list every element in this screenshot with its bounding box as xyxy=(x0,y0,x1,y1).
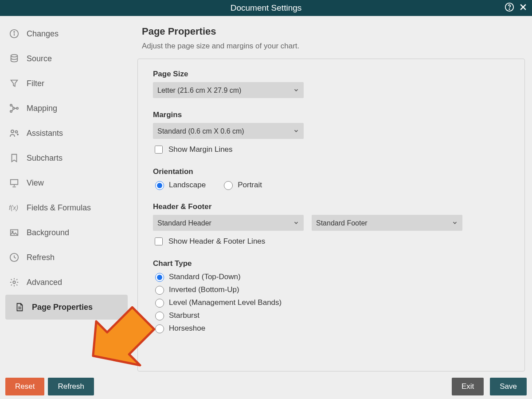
margins-select[interactable]: Standard (0.6 cm X 0.6 cm) xyxy=(153,123,304,139)
svg-point-6 xyxy=(14,32,15,32)
show-margin-lines-checkbox[interactable] xyxy=(155,146,163,154)
svg-line-27 xyxy=(14,257,16,258)
filter-icon xyxy=(7,79,21,88)
svg-rect-19 xyxy=(11,180,18,185)
sidebar-item-label: Fields & Formulas xyxy=(27,203,91,213)
window-title: Document Settings xyxy=(0,3,532,13)
page-size-label: Page Size xyxy=(153,70,509,79)
svg-text:f(x): f(x) xyxy=(9,204,18,211)
orientation-landscape-radio[interactable] xyxy=(155,181,164,190)
sidebar-item-label: Subcharts xyxy=(27,154,63,163)
sidebar-item-label: Mapping xyxy=(27,104,57,113)
database-icon xyxy=(7,54,21,63)
formula-icon: f(x) xyxy=(7,203,21,213)
svg-point-8 xyxy=(10,104,12,106)
svg-point-16 xyxy=(16,131,18,133)
image-icon xyxy=(7,228,21,237)
svg-line-12 xyxy=(12,106,13,107)
show-margin-lines-label: Show Margin Lines xyxy=(168,145,233,154)
chart-type-standard-radio[interactable] xyxy=(155,273,164,282)
sidebar-item-refresh[interactable]: Refresh xyxy=(0,245,133,270)
chart-type-starburst[interactable]: Starburst xyxy=(153,310,509,320)
sidebar-item-filter[interactable]: Filter xyxy=(0,71,133,96)
mapping-icon xyxy=(7,103,21,114)
chart-type-option: Standard (Top-Down) xyxy=(169,273,241,281)
show-hf-lines-checkbox[interactable] xyxy=(155,237,163,245)
svg-point-9 xyxy=(10,111,12,112)
svg-point-11 xyxy=(13,107,15,109)
svg-point-7 xyxy=(11,55,18,57)
presentation-icon xyxy=(7,178,21,188)
sidebar-item-label: Changes xyxy=(27,29,59,39)
chart-type-inverted-radio[interactable] xyxy=(155,286,164,295)
chart-type-level-radio[interactable] xyxy=(155,299,164,308)
orientation-portrait[interactable]: Portrait xyxy=(222,180,262,190)
svg-point-1 xyxy=(509,9,509,9)
sidebar-item-mapping[interactable]: Mapping xyxy=(0,96,133,121)
header-select[interactable]: Standard Header xyxy=(153,215,304,231)
svg-point-10 xyxy=(16,107,18,109)
main-content: Page Properties Adjust the page size and… xyxy=(137,16,525,372)
chart-type-option: Level (Management Level Bands) xyxy=(169,298,282,307)
chart-type-option: Starburst xyxy=(169,311,200,320)
chart-type-level[interactable]: Level (Management Level Bands) xyxy=(153,297,509,308)
header-footer-label: Header & Footer xyxy=(153,202,509,211)
sidebar-item-fields[interactable]: f(x) Fields & Formulas xyxy=(0,195,133,220)
sidebar-item-label: Advanced xyxy=(27,278,62,287)
reset-button[interactable]: Reset xyxy=(5,378,44,395)
chart-type-horseshoe[interactable]: Horseshoe xyxy=(153,323,509,333)
chart-type-option: Horseshoe xyxy=(169,324,205,333)
orientation-portrait-label: Portrait xyxy=(238,181,262,190)
chart-type-starburst-radio[interactable] xyxy=(155,312,164,320)
clock-icon xyxy=(7,253,21,262)
assistants-icon xyxy=(7,128,21,138)
show-hf-lines-row[interactable]: Show Header & Footer Lines xyxy=(153,236,509,247)
sidebar-item-view[interactable]: View xyxy=(0,170,133,195)
sidebar-item-label: Assistants xyxy=(27,129,63,138)
refresh-button[interactable]: Refresh xyxy=(48,378,94,395)
sidebar-item-assistants[interactable]: Assistants xyxy=(0,121,133,146)
sidebar-item-label: Page Properties xyxy=(32,303,93,312)
orientation-portrait-radio[interactable] xyxy=(224,181,233,190)
page-size-select[interactable]: Letter (21.6 cm X 27.9 cm) xyxy=(153,82,304,98)
show-hf-lines-label: Show Header & Footer Lines xyxy=(168,237,265,246)
svg-line-13 xyxy=(12,109,13,111)
svg-point-28 xyxy=(13,281,16,284)
sidebar-item-background[interactable]: Background xyxy=(0,220,133,245)
sidebar-item-label: Refresh xyxy=(27,253,55,262)
page-icon xyxy=(12,302,27,312)
orientation-label: Orientation xyxy=(153,167,509,176)
sidebar-item-label: Filter xyxy=(27,79,44,88)
show-margin-lines-row[interactable]: Show Margin Lines xyxy=(153,144,509,155)
page-heading: Page Properties xyxy=(142,26,525,37)
sidebar-item-source[interactable]: Source xyxy=(0,46,133,71)
chart-type-label: Chart Type xyxy=(153,259,509,268)
chart-type-inverted[interactable]: Inverted (Bottom-Up) xyxy=(153,284,509,295)
margins-label: Margins xyxy=(153,111,509,119)
exit-button[interactable]: Exit xyxy=(452,378,484,395)
chart-type-option: Inverted (Bottom-Up) xyxy=(169,285,239,294)
svg-point-15 xyxy=(11,130,14,133)
orientation-landscape[interactable]: Landscape xyxy=(153,180,206,190)
sidebar: Changes Source Filter Mapping Assistants… xyxy=(0,16,133,372)
chart-type-standard[interactable]: Standard (Top-Down) xyxy=(153,272,509,282)
settings-panel: Page Size Letter (21.6 cm X 27.9 cm) Mar… xyxy=(137,59,525,371)
sidebar-item-label: Background xyxy=(27,228,69,237)
gear-icon xyxy=(7,277,21,287)
sidebar-item-changes[interactable]: Changes xyxy=(0,21,133,46)
help-icon[interactable] xyxy=(505,2,514,14)
page-subtitle: Adjust the page size and margins of your… xyxy=(142,42,525,51)
sidebar-item-page-properties[interactable]: Page Properties xyxy=(5,295,128,320)
info-icon xyxy=(7,29,21,39)
footer-select[interactable]: Standard Footer xyxy=(312,215,462,231)
sidebar-item-label: View xyxy=(27,178,44,188)
footer-bar: Reset Refresh Exit Save xyxy=(0,374,532,399)
chart-type-horseshoe-radio[interactable] xyxy=(155,324,164,333)
close-icon[interactable] xyxy=(519,3,528,13)
sidebar-item-subcharts[interactable]: Subcharts xyxy=(0,146,133,170)
orientation-landscape-label: Landscape xyxy=(169,181,206,190)
sidebar-item-advanced[interactable]: Advanced xyxy=(0,270,133,295)
bookmark-icon xyxy=(7,153,21,163)
save-button[interactable]: Save xyxy=(490,378,527,395)
titlebar: Document Settings xyxy=(0,0,532,16)
